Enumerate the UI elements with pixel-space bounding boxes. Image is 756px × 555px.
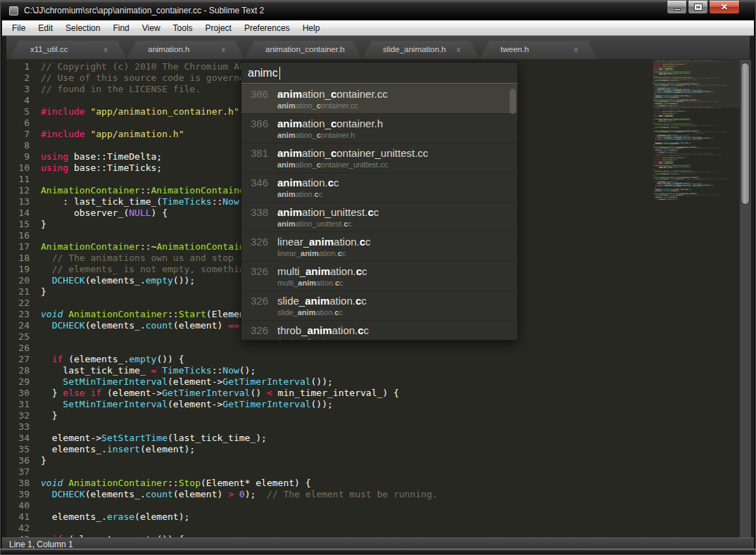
window-title: C:\JJ\chromium\src\app\animation_contain… bbox=[24, 6, 264, 15]
code-line-text bbox=[39, 500, 41, 511]
menu-item-tools[interactable]: Tools bbox=[167, 21, 199, 35]
menu-item-file[interactable]: File bbox=[6, 21, 32, 35]
maximize-button[interactable] bbox=[688, 1, 708, 14]
menu-item-find[interactable]: Find bbox=[106, 21, 135, 35]
tab-close-icon[interactable]: x bbox=[574, 45, 579, 53]
editor-scrollbar[interactable] bbox=[740, 60, 751, 537]
code-line-text: } bbox=[39, 286, 46, 298]
tab-close-icon[interactable]: x bbox=[222, 45, 226, 53]
goto-query-text: animc bbox=[248, 67, 278, 79]
goto-result-item[interactable]: 386animation_container.ccanimation_conta… bbox=[241, 84, 517, 114]
line-number: 19 bbox=[6, 264, 39, 275]
editor-scrollbar-thumb[interactable] bbox=[741, 63, 750, 205]
tab-animation-h[interactable]: animation.hx bbox=[127, 41, 245, 60]
line-number: 26 bbox=[6, 343, 39, 354]
line-number: 27 bbox=[6, 354, 39, 365]
goto-result-text: linear_animation.cclinear_animation.cc bbox=[277, 235, 371, 261]
menu-item-help[interactable]: Help bbox=[296, 21, 327, 35]
menu-item-preferences[interactable]: Preferences bbox=[238, 21, 296, 35]
tab-label: slide_animation.h bbox=[383, 45, 446, 53]
tab-close-icon[interactable]: x bbox=[339, 45, 344, 53]
goto-anything-overlay: animc 386animation_container.ccanimation… bbox=[241, 62, 518, 340]
line-number: 23 bbox=[6, 309, 39, 320]
code-line: 33 bbox=[6, 421, 654, 433]
menu-item-selection[interactable]: Selection bbox=[59, 21, 106, 35]
goto-result-item[interactable]: 326throb_animation.ccthrob_animation.cc bbox=[241, 321, 517, 340]
code-line-text bbox=[39, 343, 41, 354]
menu-item-edit[interactable]: Edit bbox=[32, 21, 59, 35]
code-line-text: elements_.erase(element); bbox=[39, 511, 189, 523]
menu-item-view[interactable]: View bbox=[136, 21, 167, 35]
line-number: 18 bbox=[6, 253, 39, 264]
app-icon bbox=[9, 6, 18, 15]
goto-result-filename: slide_animation.cc bbox=[277, 294, 367, 307]
code-line-text: } bbox=[39, 410, 57, 421]
tab-x11_util-cc[interactable]: x11_util.ccx bbox=[9, 41, 127, 60]
goto-scrollbar-thumb[interactable] bbox=[510, 89, 516, 114]
goto-result-path: throb_animation.cc bbox=[277, 337, 369, 340]
line-number: 16 bbox=[6, 230, 39, 241]
goto-result-item[interactable]: 381animation_container_unittest.ccanimat… bbox=[241, 143, 517, 173]
line-number: 5 bbox=[6, 106, 39, 117]
code-line: 40 bbox=[6, 500, 654, 511]
line-number: 14 bbox=[6, 208, 39, 219]
tab-tween-h[interactable]: tween.hx bbox=[479, 41, 598, 60]
close-button[interactable]: ✕ bbox=[709, 1, 740, 14]
code-line-text bbox=[39, 95, 41, 106]
code-line-text: AnimationContainer::AnimationContainer() bbox=[39, 185, 261, 196]
goto-result-item[interactable]: 386animation_container.hanimation_contai… bbox=[241, 114, 517, 143]
goto-search-input[interactable]: animc bbox=[241, 63, 517, 84]
goto-result-item[interactable]: 326multi_animation.ccmulti_animation.cc bbox=[241, 262, 517, 291]
goto-result-item[interactable]: 338animation_unittest.ccanimation_unitte… bbox=[241, 203, 517, 232]
code-line-text: : last_tick_time_(TimeTicks::Now()), bbox=[39, 196, 261, 208]
code-line-text: } bbox=[39, 455, 46, 466]
line-number: 29 bbox=[6, 376, 39, 388]
goto-result-filename: animation_unittest.cc bbox=[277, 205, 379, 219]
goto-result-item[interactable]: 326linear_animation.cclinear_animation.c… bbox=[241, 232, 517, 262]
line-number: 30 bbox=[6, 388, 39, 399]
goto-result-text: animation_container_unittest.ccanimation… bbox=[277, 146, 428, 172]
goto-result-path: animation_container_unittest.cc bbox=[277, 160, 428, 170]
goto-result-text: slide_animation.ccslide_animation.cc bbox=[277, 294, 367, 320]
code-line: 30 } else if (element->GetTimerInterval(… bbox=[6, 388, 654, 399]
sublime-window: C:\JJ\chromium\src\app\animation_contain… bbox=[0, 0, 756, 555]
cursor-position-status: Line 1, Column 1 bbox=[9, 540, 73, 549]
code-line-text: element->SetStartTime(last_tick_time_); bbox=[39, 433, 267, 444]
goto-result-item[interactable]: 346animation.ccanimation.cc bbox=[241, 173, 517, 203]
line-number: 4 bbox=[6, 95, 39, 106]
title-bar[interactable]: C:\JJ\chromium\src\app\animation_contain… bbox=[1, 1, 755, 20]
tab-animation_container-h[interactable]: animation_container.hx bbox=[244, 41, 363, 60]
line-number: 15 bbox=[6, 219, 39, 230]
goto-result-item[interactable]: 326slide_animation.ccslide_animation.cc bbox=[241, 291, 517, 321]
tab-close-icon[interactable]: x bbox=[457, 45, 461, 53]
tab-label: animation_container.h bbox=[265, 45, 345, 53]
line-number: 20 bbox=[6, 275, 39, 286]
goto-result-score: 381 bbox=[241, 146, 268, 172]
goto-result-score: 326 bbox=[241, 294, 268, 320]
minimize-button[interactable] bbox=[667, 1, 687, 14]
code-line-text: SetMinTimerInterval(element->GetTimerInt… bbox=[39, 376, 333, 388]
code-line: 36} bbox=[6, 455, 654, 466]
line-number: 21 bbox=[6, 286, 39, 298]
line-number: 7 bbox=[6, 129, 39, 140]
code-line-text bbox=[39, 230, 41, 241]
line-number: 24 bbox=[6, 320, 39, 331]
code-line-text: // found in the LICENSE file. bbox=[39, 84, 201, 95]
code-line-text: void AnimationContainer::Stop(Element* e… bbox=[39, 478, 311, 489]
tab-close-icon[interactable]: x bbox=[104, 45, 108, 53]
line-number: 8 bbox=[6, 140, 39, 151]
goto-result-text: animation_unittest.ccanimation_unittest.… bbox=[277, 205, 379, 231]
line-number: 6 bbox=[6, 117, 39, 129]
minimap[interactable]: // Copyright (c) 2010 The Chromium Autho… bbox=[653, 60, 740, 537]
goto-result-filename: linear_animation.cc bbox=[277, 235, 371, 248]
tab-bar: x11_util.ccxanimation.hxanimation_contai… bbox=[6, 36, 750, 60]
line-number: 2 bbox=[6, 72, 39, 84]
tab-slide_animation-h[interactable]: slide_animation.hx bbox=[362, 41, 480, 60]
code-line: 37 bbox=[6, 466, 654, 478]
menu-item-project[interactable]: Project bbox=[199, 21, 238, 35]
goto-result-list: 386animation_container.ccanimation_conta… bbox=[241, 84, 517, 340]
goto-result-filename: throb_animation.cc bbox=[277, 324, 369, 337]
code-line: 31 SetMinTimerInterval(element->GetTimer… bbox=[6, 399, 654, 410]
code-line-text bbox=[39, 523, 41, 534]
code-line-text: using base::TimeDelta; bbox=[39, 151, 162, 162]
